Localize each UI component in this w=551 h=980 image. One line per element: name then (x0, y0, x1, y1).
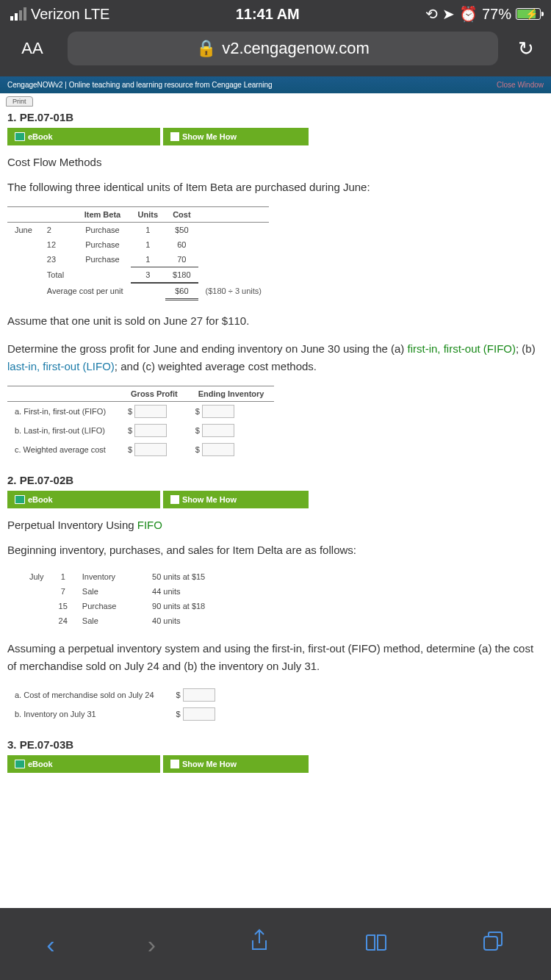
q1-c-ei-input[interactable] (202, 443, 234, 456)
q1-intro: The following three identical units of I… (0, 176, 551, 203)
location-icon: ➤ (442, 5, 455, 23)
q1-b-gp-input[interactable] (134, 424, 167, 437)
item-beta-table: Item BetaUnitsCost June2Purchase1$50 12P… (7, 206, 269, 300)
signal-icon (10, 7, 26, 21)
q2-a-input[interactable] (183, 688, 215, 702)
carrier-text: Verizon LTE (31, 6, 109, 23)
share-button[interactable] (248, 929, 270, 959)
table-row: a. First-in, first-out (FIFO)$ $ (7, 402, 274, 422)
table-row: c. Weighted average cost$ $ (7, 440, 274, 459)
table-row: b. Last-in, first-out (LIFO)$ $ (7, 421, 274, 440)
toolbar-q1: eBook Show Me How (7, 128, 309, 145)
table-row: b. Inventory on July 31$ (7, 705, 223, 724)
close-window-link[interactable]: Close Window (497, 81, 544, 89)
q2-title: Perpetual Inventory Using FIFO (0, 516, 551, 538)
q1-a-gp-input[interactable] (134, 405, 167, 418)
back-button[interactable]: ‹ (46, 930, 54, 959)
book-icon (15, 495, 25, 504)
question-3-header: 3. PE.07-03B (0, 734, 551, 752)
show-me-how-button[interactable]: Show Me How (162, 128, 309, 145)
table-row: June2Purchase1$50 (7, 223, 269, 238)
question-1-header: 1. PE.07-01B (0, 107, 551, 125)
clock: 11:41 AM (109, 6, 425, 23)
q1-title: Cost Flow Methods (0, 153, 551, 176)
toolbar-q2: eBook Show Me How (7, 491, 309, 508)
url-text: v2.cengagenow.com (222, 39, 370, 58)
q1-determine: Determine the gross profit for June and … (0, 337, 551, 383)
page-title: CengageNOWv2 | Online teaching and learn… (7, 81, 273, 89)
table-row: 15Purchase90 units at $18 (22, 599, 212, 613)
ebook-label: eBook (28, 495, 53, 504)
show-me-how-button[interactable]: Show Me How (162, 491, 309, 508)
video-icon (170, 760, 179, 768)
ebook-button[interactable]: eBook (7, 128, 162, 145)
ebook-label: eBook (28, 760, 53, 768)
ebook-label: eBook (28, 132, 53, 141)
q2-assume: Assuming a perpetual inventory system an… (0, 637, 551, 682)
page-content: CengageNOWv2 | Online teaching and learn… (0, 76, 551, 908)
table-row: 7Sale44 units (22, 584, 212, 599)
book-icon (15, 760, 25, 768)
tabs-button[interactable] (481, 929, 505, 959)
ebook-button[interactable]: eBook (7, 755, 162, 773)
showme-label: Show Me How (182, 760, 237, 768)
ebook-button[interactable]: eBook (7, 491, 162, 508)
question-2-header: 2. PE.07-02B (0, 469, 551, 488)
col-cost: Cost (165, 207, 198, 223)
bookmarks-button[interactable] (364, 930, 389, 959)
table-row-avg: Average cost per unit$60($180 ÷ 3 units) (7, 283, 269, 300)
col-item: Item Beta (74, 207, 130, 223)
col-gross-profit: Gross Profit (120, 386, 188, 402)
reload-button[interactable]: ↻ (511, 37, 541, 60)
address-bar: AA 🔒 v2.cengagenow.com ↻ (0, 28, 551, 76)
table-row: 12Purchase160 (7, 237, 269, 252)
page-header-strip: CengageNOWv2 | Online teaching and learn… (0, 76, 551, 93)
table-row: 24Sale40 units (22, 613, 212, 628)
safari-toolbar: ‹ › (0, 908, 551, 980)
q1-b-ei-input[interactable] (202, 424, 234, 437)
table-row: a. Cost of merchandise sold on July 24$ (7, 685, 223, 705)
table-row: July1Inventory50 units at $15 (22, 569, 212, 584)
lock-rotation-icon: ⟲ (425, 5, 438, 23)
svg-rect-0 (484, 937, 497, 950)
q2-answer-table: a. Cost of merchandise sold on July 24$ … (7, 685, 223, 724)
col-units: Units (131, 207, 166, 223)
q1-a-ei-input[interactable] (202, 405, 234, 418)
table-row: 23Purchase170 (7, 252, 269, 267)
showme-label: Show Me How (182, 132, 237, 141)
showme-label: Show Me How (182, 495, 237, 504)
video-icon (170, 495, 179, 504)
battery-percent: 77% (482, 6, 511, 23)
q2-b-input[interactable] (183, 707, 215, 721)
alarm-icon: ⏰ (459, 5, 478, 23)
q1-assume: Assume that one unit is sold on June 27 … (0, 309, 551, 337)
video-icon (170, 132, 179, 141)
lock-icon: 🔒 (196, 39, 216, 58)
forward-button[interactable]: › (148, 930, 156, 959)
item-delta-table: July1Inventory50 units at $15 7Sale44 un… (22, 569, 212, 628)
print-tab[interactable]: Print (6, 96, 33, 107)
url-field[interactable]: 🔒 v2.cengagenow.com (68, 32, 498, 65)
book-icon (15, 132, 25, 141)
q2-intro: Beginning inventory, purchases, and sale… (0, 538, 551, 566)
battery-icon: ⚡ (516, 8, 541, 20)
show-me-how-button[interactable]: Show Me How (162, 755, 309, 773)
status-bar: Verizon LTE 11:41 AM ⟲ ➤ ⏰ 77% ⚡ (0, 0, 551, 28)
q1-answer-table: Gross ProfitEnding Inventory a. First-in… (7, 386, 274, 459)
table-row-total: Total3$180 (7, 267, 269, 284)
text-size-button[interactable]: AA (10, 39, 54, 58)
col-ending-inv: Ending Inventory (188, 386, 275, 402)
q1-c-gp-input[interactable] (134, 443, 167, 456)
toolbar-q3: eBook Show Me How (7, 755, 309, 773)
